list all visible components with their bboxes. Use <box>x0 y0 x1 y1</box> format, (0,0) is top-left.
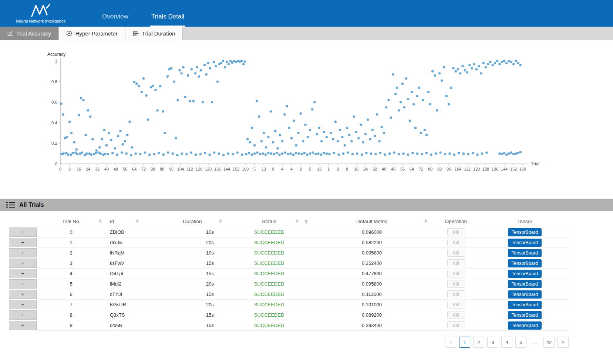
scatter-point <box>199 153 202 155</box>
pagination-page-4[interactable]: 4 <box>501 337 512 348</box>
kill-button[interactable]: Kill <box>447 301 465 309</box>
sort-icon[interactable] <box>219 219 222 223</box>
scatter-point <box>256 100 258 102</box>
scatter-point <box>320 140 323 142</box>
pagination-page-1[interactable]: 1 <box>459 337 470 348</box>
expand-cell: + <box>9 248 37 258</box>
scatter-point <box>480 72 482 74</box>
pagination-page-42[interactable]: 42 <box>543 337 555 348</box>
expand-row-button[interactable]: + <box>9 269 37 278</box>
y-tick-label: 0 <box>55 162 57 166</box>
scatter-point <box>60 102 62 105</box>
scatter-point <box>303 152 306 154</box>
kill-button[interactable]: Kill <box>447 228 465 236</box>
scatter-point <box>441 80 443 82</box>
expand-row-button[interactable]: + <box>9 310 37 320</box>
tensorboard-button[interactable]: TensorBoard <box>508 301 542 309</box>
tensorboard-button[interactable]: TensorBoard <box>508 259 542 267</box>
tensorboard-button[interactable]: TensorBoard <box>508 228 542 236</box>
tensorboard-button[interactable]: TensorBoard <box>508 290 542 299</box>
scatter-point <box>290 137 293 139</box>
nav-overview[interactable]: Overview <box>101 13 129 27</box>
scatter-point <box>471 67 473 69</box>
table-row: +2iNRqM10sSUCCEEDED0.095800KillTensorBoa… <box>9 248 569 258</box>
operation-cell: Kill <box>431 310 481 320</box>
tensorboard-button[interactable]: TensorBoard <box>508 249 542 257</box>
kill-button[interactable]: Kill <box>447 321 465 329</box>
x-tick-label: 8 <box>346 167 348 171</box>
scatter-point <box>496 60 498 62</box>
x-tick-label: 152 <box>510 167 517 171</box>
kill-button[interactable]: Kill <box>447 290 465 298</box>
expand-row-button[interactable]: + <box>9 279 37 289</box>
scatter-point <box>411 91 413 93</box>
scatter-point <box>392 73 394 75</box>
scatter-point <box>421 153 423 155</box>
nav-trials-detail[interactable]: Trials Detail <box>150 13 185 27</box>
kill-button[interactable]: Kill <box>447 270 465 277</box>
expand-row-button[interactable]: + <box>9 238 37 247</box>
pagination-page-5[interactable]: 5 <box>515 337 526 348</box>
expand-row-button[interactable]: + <box>9 290 37 299</box>
scatter-point <box>90 154 92 156</box>
expand-row-button[interactable]: + <box>9 300 37 309</box>
tensor-cell: TensorBoard <box>481 310 569 320</box>
trial-no-cell: 2 <box>37 248 105 258</box>
scatter-point <box>103 129 105 131</box>
scatter-point <box>505 62 508 64</box>
tensorboard-button[interactable]: TensorBoard <box>508 321 542 330</box>
trial-id-cell: r6xJw <box>105 237 159 248</box>
tab-hyper-parameter[interactable]: Hyper Parameter <box>59 27 125 40</box>
sort-icon[interactable] <box>296 219 299 223</box>
sort-icon[interactable] <box>99 219 102 223</box>
x-tick-label: 128 <box>482 167 489 171</box>
scatter-point <box>323 131 325 133</box>
tensorboard-button[interactable]: TensorBoard <box>508 239 542 247</box>
scatter-point <box>420 132 422 134</box>
table-row: +4O4TpI15sSUCCEEDED0.477800KillTensorBoa… <box>9 269 569 279</box>
tensorboard-button[interactable]: TensorBoard <box>508 280 542 288</box>
expand-row-button[interactable]: + <box>9 259 37 268</box>
kill-button[interactable]: Kill <box>447 239 465 246</box>
sort-icon[interactable] <box>424 219 427 223</box>
scatter-point <box>361 154 363 156</box>
tab-trial-duration[interactable]: Trial Duration <box>125 27 183 40</box>
tensorboard-button[interactable]: TensorBoard <box>508 311 542 319</box>
tab-trial-accuracy[interactable]: Trial Accuracy <box>0 27 59 40</box>
tensor-cell: TensorBoard <box>481 227 569 237</box>
pagination-page-2[interactable]: 2 <box>473 337 484 348</box>
expand-row-button[interactable]: + <box>9 228 37 237</box>
operation-cell: Kill <box>431 279 481 289</box>
scatter-point <box>198 75 200 78</box>
tensorboard-button[interactable]: TensorBoard <box>508 270 542 278</box>
expand-cell: + <box>9 300 37 310</box>
scatter-point <box>108 132 110 134</box>
trial-no-cell: 6 <box>37 289 105 300</box>
table-row: +0ZBIOB10sSUCCEEDED0.096000KillTensorBoa… <box>9 227 569 237</box>
scatter-point <box>215 65 217 67</box>
kill-button[interactable]: Kill <box>447 280 465 288</box>
scatter-point <box>80 97 82 99</box>
scatter-point <box>503 152 505 154</box>
pagination-next-button[interactable]: > <box>558 337 569 348</box>
expand-row-button[interactable]: + <box>9 248 37 257</box>
x-tick-label: 24 <box>86 167 90 171</box>
pagination-ellipsis: ... <box>529 337 540 348</box>
scatter-point <box>461 65 464 67</box>
operation-cell: Kill <box>431 258 481 269</box>
scatter-point <box>448 152 451 155</box>
sort-icon[interactable] <box>136 219 139 223</box>
expand-cell: + <box>9 320 37 331</box>
y-tick-label: 0.6 <box>51 100 57 104</box>
kill-button[interactable]: Kill <box>447 249 465 257</box>
table-row: +3ksFwV15sSUCCEEDED0.252400KillTensorBoa… <box>9 258 569 269</box>
pagination-prev-button[interactable]: < <box>445 337 456 348</box>
pagination-page-3[interactable]: 3 <box>487 337 498 348</box>
trial-no-cell: 4 <box>37 269 105 279</box>
tensor-cell: TensorBoard <box>481 300 569 310</box>
expand-row-button[interactable]: + <box>9 321 37 330</box>
filter-icon[interactable] <box>304 220 308 225</box>
chart-tabstrip: Trial Accuracy Hyper Parameter Trial Dur… <box>0 27 613 40</box>
kill-button[interactable]: Kill <box>447 311 465 319</box>
kill-button[interactable]: Kill <box>447 259 465 267</box>
